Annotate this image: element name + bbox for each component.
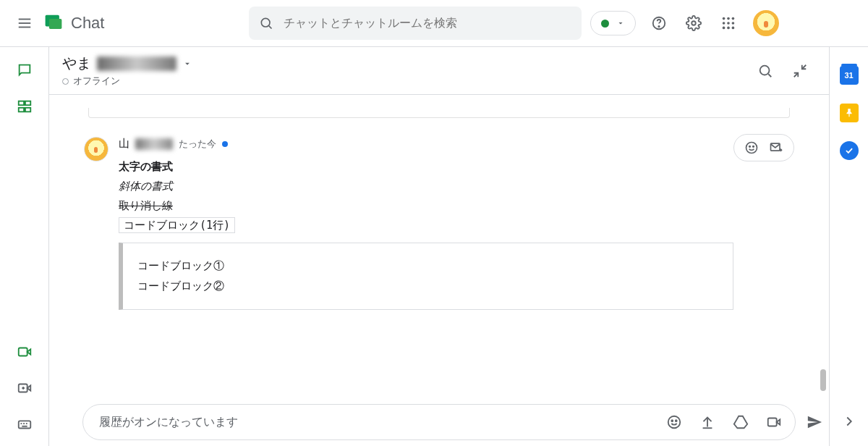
upload-button[interactable]	[694, 408, 721, 436]
svg-point-43	[671, 420, 673, 421]
sender-avatar[interactable]	[84, 137, 109, 161]
upload-icon	[699, 414, 715, 430]
app-body: やま オフライン	[0, 46, 868, 446]
conversation-pane: やま オフライン	[49, 47, 829, 446]
search-box[interactable]	[249, 7, 582, 40]
video-plus-icon	[17, 380, 33, 396]
svg-point-16	[723, 27, 726, 30]
meet-button[interactable]	[760, 408, 788, 436]
hamburger-icon	[17, 15, 33, 31]
svg-rect-32	[25, 423, 27, 424]
react-button[interactable]	[741, 138, 762, 158]
mail-forward-icon	[769, 140, 783, 155]
svg-point-10	[723, 17, 726, 20]
drive-icon	[733, 414, 749, 430]
message-header: 山 たった今	[119, 137, 794, 151]
account-avatar[interactable]	[753, 10, 779, 36]
bold-text-line: 太字の書式	[119, 160, 173, 172]
forward-button[interactable]	[766, 138, 786, 158]
video-icon	[17, 344, 33, 360]
conversation-title[interactable]: やま	[62, 54, 192, 73]
composer-area: 履歴がオンになっています	[49, 395, 829, 446]
main-menu-button[interactable]	[9, 7, 41, 39]
check-icon	[844, 146, 854, 156]
message-list: 山 たった今	[49, 95, 829, 395]
emoji-button[interactable]	[660, 408, 688, 436]
svg-point-40	[753, 146, 754, 148]
rail-rooms-button[interactable]	[9, 91, 41, 122]
svg-rect-47	[768, 418, 777, 426]
svg-point-5	[262, 18, 271, 27]
conversation-title-prefix: やま	[62, 54, 91, 73]
svg-rect-22	[25, 108, 30, 112]
collapse-button[interactable]	[784, 55, 816, 87]
strike-text-line: 取り消し線	[119, 199, 173, 211]
svg-point-17	[728, 27, 731, 30]
search-input[interactable]	[284, 17, 571, 30]
message-hover-actions	[733, 134, 794, 161]
svg-rect-21	[18, 108, 23, 112]
tasks-addon-button[interactable]	[840, 141, 859, 160]
message: 山 たった今	[84, 137, 794, 310]
svg-rect-33	[22, 426, 27, 427]
conversation-header: やま オフライン	[49, 47, 829, 95]
top-bar: Chat	[0, 0, 868, 46]
svg-point-38	[746, 143, 757, 153]
app-logo[interactable]: Chat	[43, 13, 104, 33]
gear-icon	[686, 15, 702, 31]
send-button[interactable]	[801, 408, 828, 436]
search-icon	[757, 63, 773, 79]
svg-point-44	[676, 420, 677, 421]
svg-point-8	[659, 26, 660, 27]
svg-point-12	[732, 17, 735, 20]
search-icon	[259, 16, 273, 30]
caret-down-icon	[182, 59, 192, 69]
settings-button[interactable]	[678, 7, 710, 39]
collapse-icon	[792, 63, 808, 79]
calendar-addon-button[interactable]: 31	[840, 66, 859, 85]
conversation-search-button[interactable]	[749, 55, 781, 87]
rail-new-meet-button[interactable]	[9, 372, 41, 404]
svg-point-39	[749, 146, 751, 148]
rail-chat-button[interactable]	[9, 54, 41, 86]
video-icon	[766, 414, 782, 430]
code-block-line: コードブロック①	[137, 256, 718, 277]
scrollbar-thumb[interactable]	[820, 369, 826, 391]
drive-button[interactable]	[727, 408, 754, 436]
apps-grid-icon	[720, 15, 736, 31]
keyboard-icon	[17, 416, 33, 432]
side-panel-toggle[interactable]	[833, 405, 865, 437]
svg-point-11	[728, 17, 731, 20]
rail-keyboard-button[interactable]	[9, 408, 41, 440]
composer[interactable]: 履歴がオンになっています	[82, 404, 796, 440]
send-icon	[807, 414, 822, 430]
svg-rect-29	[18, 421, 30, 428]
chat-logo-icon	[43, 13, 64, 33]
apps-button[interactable]	[712, 7, 744, 39]
chevron-right-icon	[841, 413, 857, 429]
svg-point-13	[723, 22, 726, 25]
help-button[interactable]	[643, 7, 675, 39]
sender-name-redacted	[135, 138, 173, 150]
chat-bubble-icon	[17, 62, 33, 78]
svg-point-15	[732, 22, 735, 25]
rooms-icon	[17, 98, 33, 114]
inline-code-line: コードブロック(1行)	[119, 217, 235, 233]
code-block: コードブロック① コードブロック②	[119, 243, 733, 310]
presence-selector[interactable]	[590, 11, 636, 35]
rail-video-button[interactable]	[9, 336, 41, 368]
conversation-header-actions	[749, 55, 816, 87]
italic-text-line: 斜体の書式	[119, 180, 173, 192]
left-rail	[0, 47, 49, 446]
svg-rect-4	[49, 19, 62, 29]
sent-indicator-icon	[222, 141, 228, 147]
conversation-title-redacted	[97, 56, 176, 71]
app-name: Chat	[71, 14, 104, 33]
caret-down-icon	[616, 19, 625, 28]
keep-addon-button[interactable]	[840, 104, 859, 122]
code-block-line: コードブロック②	[137, 277, 718, 297]
svg-point-9	[692, 21, 697, 25]
message-timestamp: たった今	[179, 138, 216, 151]
presence-active-icon	[601, 20, 609, 28]
help-icon	[651, 15, 667, 31]
